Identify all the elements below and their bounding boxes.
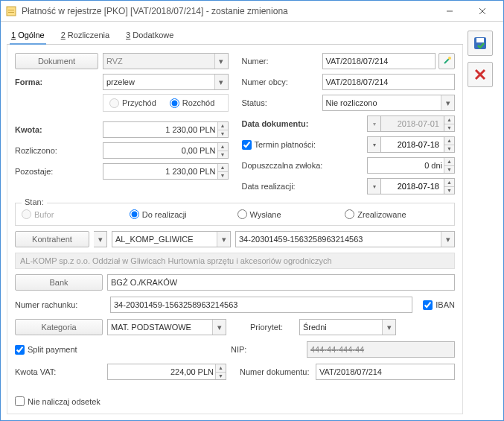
wand-button[interactable] — [438, 53, 455, 69]
kontrahent-combo[interactable]: AL_KOMP_GLIWICE▾ — [112, 231, 231, 247]
left-column: Dokument RVZ▾ Forma: przelew▾ — [15, 52, 229, 198]
chevron-down-icon[interactable]: ▾ — [441, 95, 454, 110]
forma-label: Forma: — [15, 77, 103, 86]
spin-up-icon[interactable]: ▲ — [218, 122, 228, 130]
svg-line-6 — [444, 59, 449, 63]
termin-platnosci-input[interactable]: ▾2018-07-18 ▲▼ — [367, 136, 455, 153]
kontrahent-note: AL-KOMP sp.z o.o. Oddział w Gliwicach Hu… — [15, 253, 455, 269]
kwota-input[interactable]: 1 230,00 PLN ▲▼ — [103, 121, 229, 138]
kontrahent-account-combo[interactable]: 34-20301459-1563258963214563▾ — [235, 231, 455, 247]
svg-point-7 — [448, 57, 451, 60]
close-button[interactable] — [466, 1, 499, 21]
iban-check[interactable]: IBAN — [423, 300, 455, 310]
spin-down-icon[interactable]: ▼ — [218, 130, 228, 138]
kwota-vat-label: Kwota VAT: — [15, 367, 103, 376]
svg-rect-9 — [476, 38, 484, 42]
tabs: 1 Ogólne 2 Rozliczenia 3 Dodatkowe — [7, 28, 463, 45]
bank-button[interactable]: Bank — [15, 274, 103, 291]
stan-legend: Stan: — [22, 197, 47, 206]
status-label: Status: — [242, 98, 322, 107]
priorytet-label: Priorytet: — [250, 323, 295, 332]
chevron-down-icon: ▾ — [214, 54, 228, 69]
stan-fieldset: Stan: Bufor Do realizacji Wysłane Zreali… — [15, 203, 455, 226]
nip-input: 444-44-444-44 — [307, 341, 455, 358]
titlebar: Płatność w rejestrze [PKO] [VAT/2018/07/… — [1, 1, 503, 22]
tab-ogolne[interactable]: 1 Ogólne — [10, 28, 46, 44]
kwota-label: Kwota: — [15, 125, 103, 134]
stan-wyslane-radio[interactable]: Wysłane — [237, 209, 341, 219]
split-payment-check[interactable]: Split payment — [15, 345, 226, 355]
dokument-combo: RVZ▾ — [103, 53, 229, 69]
przychod-rozchod-group: Przychód Rozchód — [103, 94, 229, 112]
stan-zrealizowane-radio[interactable]: Zrealizowane — [345, 209, 448, 219]
rozliczono-label: Rozliczono: — [15, 146, 103, 155]
minimize-button[interactable] — [433, 1, 466, 21]
numer-label: Numer: — [242, 57, 322, 66]
nip-label: NIP: — [231, 345, 302, 354]
numer-obcy-label: Numer obcy: — [242, 77, 322, 86]
numer-rachunku-input[interactable]: 34-20301459-1563258963214563 — [110, 297, 412, 313]
window-controls — [433, 1, 499, 21]
numer-rachunku-label: Numer rachunku: — [15, 300, 106, 309]
termin-platnosci-check[interactable]: Termin płatności: — [242, 140, 368, 150]
kwota-vat-input[interactable]: 224,00 PLN ▲▼ — [107, 364, 226, 380]
numer-obcy-input[interactable]: VAT/2018/07/214 — [322, 74, 456, 90]
tab-rozliczenia[interactable]: 2 Rozliczenia — [60, 28, 111, 44]
kontrahent-dropdown-icon[interactable]: ▾ — [94, 231, 107, 247]
cancel-button[interactable] — [468, 62, 493, 87]
svg-rect-0 — [7, 7, 16, 16]
app-icon — [5, 5, 17, 17]
window-title: Płatność w rejestrze [PKO] [VAT/2018/07/… — [22, 6, 433, 16]
main-panel: 1 Ogólne 2 Rozliczenia 3 Dodatkowe Dokum… — [7, 28, 463, 414]
forma-combo[interactable]: przelew▾ — [103, 74, 229, 90]
kontrahent-button[interactable]: Kontrahent — [15, 231, 89, 247]
stan-dorealizacji-radio[interactable]: Do realizacji — [130, 209, 233, 219]
rozchod-radio[interactable]: Rozchód — [170, 98, 214, 108]
right-column: Numer: VAT/2018/07/214 Numer obcy: VAT/2… — [242, 52, 456, 198]
data-dokumentu-label: Data dokumentu: — [242, 119, 368, 128]
nie-naliczaj-odsetek-check[interactable]: Nie naliczaj odsetek — [15, 396, 101, 406]
kategoria-combo[interactable]: MAT. PODSTAWOWE▾ — [107, 319, 226, 335]
save-button[interactable] — [468, 31, 493, 56]
pozostaje-label: Pozostaje: — [15, 167, 103, 176]
data-realizacji-input[interactable]: ▾2018-07-18 ▲▼ — [367, 178, 455, 194]
client-area: 1 Ogólne 2 Rozliczenia 3 Dodatkowe Dokum… — [1, 22, 503, 420]
numer-dokumentu-input[interactable]: VAT/2018/07/214 — [316, 364, 455, 380]
zwloka-label: Dopuszczalna zwłoka: — [242, 161, 368, 170]
stan-bufor-radio: Bufor — [22, 209, 125, 219]
status-combo[interactable]: Nie rozliczono▾ — [322, 95, 456, 111]
chevron-down-icon[interactable]: ▾ — [214, 75, 228, 89]
data-dokumentu-input: ▾2018-07-01 ▲▼ — [367, 115, 455, 132]
zwloka-input[interactable]: 0 dni ▲▼ — [367, 157, 455, 174]
kategoria-button[interactable]: Kategoria — [15, 319, 103, 335]
rozliczono-input[interactable]: 0,00 PLN ▲▼ — [103, 142, 229, 159]
bank-input[interactable]: BGŻ O./KRAKÓW — [107, 274, 455, 291]
pozostaje-input[interactable]: 1 230,00 PLN ▲▼ — [103, 163, 229, 180]
form-area: Dokument RVZ▾ Forma: przelew▾ — [7, 45, 463, 414]
tab-dodatkowe[interactable]: 3 Dodatkowe — [124, 28, 175, 44]
numer-dokumentu-label: Numer dokumentu: — [240, 367, 311, 376]
side-toolbar — [468, 28, 497, 414]
svg-rect-1 — [8, 10, 14, 10]
dokument-label-button[interactable]: Dokument — [15, 53, 98, 69]
data-realizacji-label: Data realizacji: — [242, 182, 368, 191]
priorytet-combo[interactable]: Średni▾ — [299, 319, 396, 335]
przychod-radio[interactable]: Przychód — [109, 98, 156, 108]
window: Płatność w rejestrze [PKO] [VAT/2018/07/… — [0, 0, 504, 421]
numer-input[interactable]: VAT/2018/07/214 — [322, 53, 436, 69]
svg-rect-2 — [8, 12, 14, 13]
